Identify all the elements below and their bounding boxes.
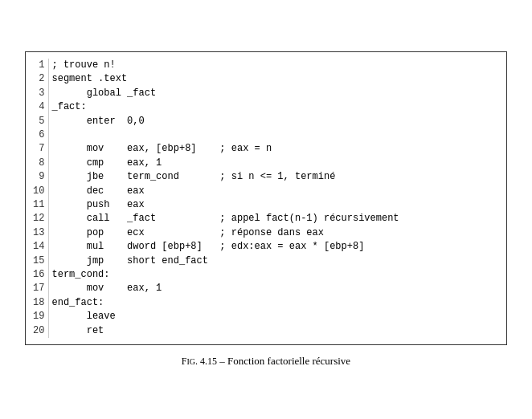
line-content: segment .text	[48, 72, 506, 86]
line-content: ; trouve n!	[48, 59, 506, 72]
line-content: enter 0,0	[48, 115, 506, 128]
table-row: 20 ret	[26, 324, 506, 338]
line-number: 18	[26, 296, 48, 310]
table-row: 2segment .text	[26, 72, 506, 86]
line-number: 16	[26, 268, 48, 282]
table-row: 18end_fact:	[26, 296, 506, 310]
code-box: 1; trouve n!2segment .text3 global _fact…	[25, 51, 507, 345]
table-row: 14 mul dword [ebp+8] ; edx:eax = eax * […	[26, 240, 506, 254]
line-number: 19	[26, 310, 48, 323]
line-content: mul dword [ebp+8] ; edx:eax = eax * [ebp…	[48, 240, 506, 254]
line-number: 15	[26, 254, 48, 268]
line-number: 2	[26, 72, 48, 86]
table-row: 15 jmp short end_fact	[26, 254, 506, 268]
table-row: 4_fact:	[26, 100, 506, 114]
line-content: jbe term_cond ; si n <= 1, terminé	[48, 170, 506, 184]
caption-text: – Fonction factorielle récursive	[217, 355, 350, 367]
table-row: 1; trouve n!	[26, 59, 506, 72]
line-number: 10	[26, 185, 48, 198]
figure-caption: FIG. 4.15 – Fonction factorielle récursi…	[182, 355, 350, 368]
line-number: 13	[26, 226, 48, 240]
line-number: 9	[26, 170, 48, 184]
line-number: 7	[26, 142, 48, 156]
table-row: 6	[26, 128, 506, 142]
table-row: 5 enter 0,0	[26, 115, 506, 128]
caption-label: FIG. 4.15	[182, 356, 217, 367]
line-number: 3	[26, 87, 48, 100]
table-row: 7 mov eax, [ebp+8] ; eax = n	[26, 142, 506, 156]
line-number: 8	[26, 157, 48, 170]
table-row: 12 call _fact ; appel fact(n-1) récursiv…	[26, 212, 506, 226]
table-row: 10 dec eax	[26, 185, 506, 198]
line-number: 6	[26, 128, 48, 142]
table-row: 17 mov eax, 1	[26, 282, 506, 295]
line-content	[48, 128, 506, 142]
line-content: dec eax	[48, 185, 506, 198]
line-content: global _fact	[48, 87, 506, 100]
line-number: 4	[26, 100, 48, 114]
table-row: 9 jbe term_cond ; si n <= 1, terminé	[26, 170, 506, 184]
line-content: jmp short end_fact	[48, 254, 506, 268]
table-row: 13 pop ecx ; réponse dans eax	[26, 226, 506, 240]
table-row: 3 global _fact	[26, 87, 506, 100]
line-number: 5	[26, 115, 48, 128]
line-content: end_fact:	[48, 296, 506, 310]
table-row: 11 push eax	[26, 198, 506, 212]
figure-container: 1; trouve n!2segment .text3 global _fact…	[25, 51, 507, 368]
line-content: _fact:	[48, 100, 506, 114]
line-number: 20	[26, 324, 48, 338]
line-content: mov eax, 1	[48, 282, 506, 295]
line-number: 1	[26, 59, 48, 72]
line-content: leave	[48, 310, 506, 323]
line-number: 12	[26, 212, 48, 226]
code-table: 1; trouve n!2segment .text3 global _fact…	[26, 59, 506, 338]
line-content: term_cond:	[48, 268, 506, 282]
line-content: ret	[48, 324, 506, 338]
table-row: 8 cmp eax, 1	[26, 157, 506, 170]
line-content: pop ecx ; réponse dans eax	[48, 226, 506, 240]
table-row: 19 leave	[26, 310, 506, 323]
line-number: 17	[26, 282, 48, 295]
line-content: mov eax, [ebp+8] ; eax = n	[48, 142, 506, 156]
line-content: push eax	[48, 198, 506, 212]
line-content: cmp eax, 1	[48, 157, 506, 170]
line-number: 14	[26, 240, 48, 254]
line-number: 11	[26, 198, 48, 212]
line-content: call _fact ; appel fact(n-1) récursiveme…	[48, 212, 506, 226]
table-row: 16term_cond:	[26, 268, 506, 282]
